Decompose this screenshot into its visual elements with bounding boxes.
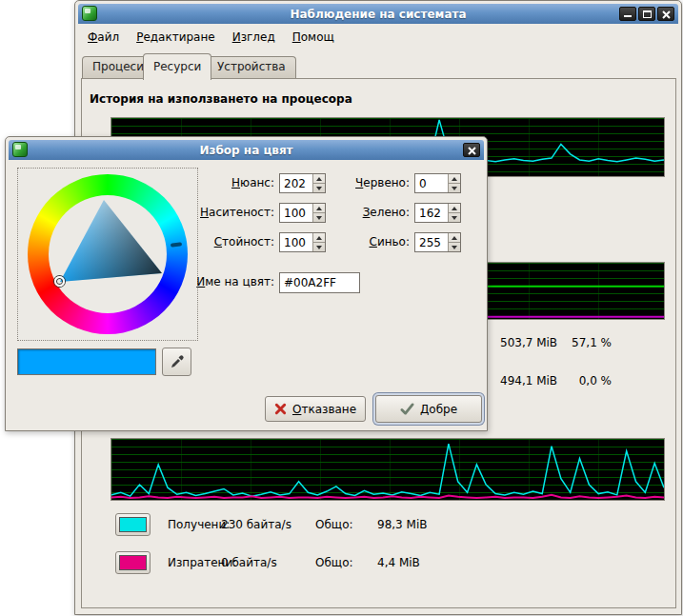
- sent-total: 4,4 MiB: [377, 556, 420, 569]
- main-window-title: Наблюдение на системата: [78, 8, 678, 21]
- value-spinbutton[interactable]: 100: [279, 232, 326, 252]
- ok-button-label: Добре: [420, 403, 457, 416]
- red-spinbutton[interactable]: 0: [414, 173, 461, 193]
- maximize-button[interactable]: [638, 7, 655, 21]
- tab-devices[interactable]: Устройства: [207, 56, 296, 79]
- green-spinbutton[interactable]: 162: [414, 203, 461, 223]
- arrow-up-icon: [452, 177, 457, 181]
- swap-amount: 494,1 MiB: [500, 374, 557, 387]
- maximize-icon: [643, 10, 652, 18]
- received-total-label: Общо:: [315, 518, 353, 531]
- color-picker-dialog: Избор на цвят Нюанс: 202 Наситеност: 100…: [5, 136, 488, 431]
- blue-value[interactable]: 255: [415, 233, 448, 251]
- dialog-titlebar[interactable]: Избор на цвят: [9, 140, 484, 160]
- color-name-label: Име на цвят:: [158, 272, 274, 288]
- hue-ring[interactable]: [28, 174, 188, 334]
- spin-down-button[interactable]: [449, 212, 460, 222]
- arrow-up-icon: [452, 236, 457, 240]
- received-color-button[interactable]: [115, 513, 151, 536]
- minimize-icon: [624, 15, 632, 17]
- red-label: Червено:: [320, 173, 410, 189]
- hue-spinbutton[interactable]: 202: [279, 173, 326, 193]
- menu-view[interactable]: Изглед: [224, 29, 284, 46]
- arrow-down-icon: [452, 187, 457, 190]
- dialog-close-button[interactable]: [463, 143, 480, 157]
- arrow-down-icon: [452, 216, 457, 220]
- menu-edit[interactable]: Редактиране: [128, 29, 224, 46]
- menu-file[interactable]: Файл: [79, 29, 128, 46]
- color-wheel-frame: [17, 168, 198, 341]
- sent-total-label: Общо:: [315, 556, 353, 569]
- received-rate: 230 байта/s: [221, 518, 291, 531]
- red-value[interactable]: 0: [415, 174, 448, 192]
- value-label: Стойност:: [158, 232, 274, 248]
- dialog-title: Избор на цвят: [9, 144, 484, 157]
- cpu-history-heading: История на използването на процесора: [90, 92, 352, 106]
- sent-color-button[interactable]: [115, 551, 151, 574]
- close-icon: [468, 147, 476, 155]
- blue-spinbutton[interactable]: 255: [414, 232, 461, 252]
- ok-check-icon: [400, 403, 414, 415]
- tab-resources[interactable]: Ресурси: [143, 53, 211, 80]
- eyedropper-icon: [170, 354, 185, 369]
- main-titlebar[interactable]: Наблюдение на системата: [78, 4, 678, 24]
- spin-down-button[interactable]: [449, 183, 460, 192]
- swap-percent: 0,0 %: [554, 374, 612, 387]
- green-label: Зелено:: [320, 203, 410, 219]
- network-history-chart: [110, 438, 665, 501]
- arrow-down-icon: [452, 246, 457, 249]
- memory-amount: 503,7 MiB: [500, 336, 557, 349]
- color-name-input[interactable]: #00A2FF: [279, 272, 360, 293]
- ok-button[interactable]: Добре: [375, 395, 482, 423]
- received-color-swatch: [119, 517, 147, 532]
- spin-up-button[interactable]: [449, 233, 460, 242]
- spin-up-button[interactable]: [449, 204, 460, 212]
- arrow-up-icon: [452, 207, 457, 210]
- color-preview: [17, 348, 156, 375]
- spin-up-button[interactable]: [449, 174, 460, 183]
- green-value[interactable]: 162: [415, 204, 448, 222]
- hue-value[interactable]: 202: [280, 174, 312, 192]
- saturation-spinbutton[interactable]: 100: [279, 203, 326, 223]
- menubar: Файл Редактиране Изглед Помощ: [79, 27, 343, 48]
- saturation-value[interactable]: 100: [280, 204, 312, 222]
- menu-help[interactable]: Помощ: [284, 29, 343, 46]
- sent-color-swatch: [119, 555, 147, 570]
- sent-rate: 0 байта/s: [221, 556, 277, 569]
- memory-percent: 57,1 %: [554, 336, 612, 349]
- cancel-button-label: Отказване: [292, 403, 356, 416]
- value-value[interactable]: 100: [280, 233, 312, 251]
- received-total: 98,3 MiB: [377, 518, 427, 531]
- spin-down-button[interactable]: [449, 242, 460, 251]
- close-icon: [662, 10, 671, 19]
- color-selector-cursor[interactable]: [54, 276, 65, 287]
- minimize-button[interactable]: [619, 7, 636, 21]
- hue-label: Нюанс:: [158, 173, 274, 189]
- close-button[interactable]: [657, 7, 674, 21]
- saturation-label: Наситеност:: [158, 203, 274, 219]
- cancel-button[interactable]: Отказване: [265, 396, 366, 422]
- eyedropper-button[interactable]: [162, 348, 191, 376]
- blue-label: Синьо:: [320, 232, 410, 248]
- cancel-x-icon: [274, 403, 287, 415]
